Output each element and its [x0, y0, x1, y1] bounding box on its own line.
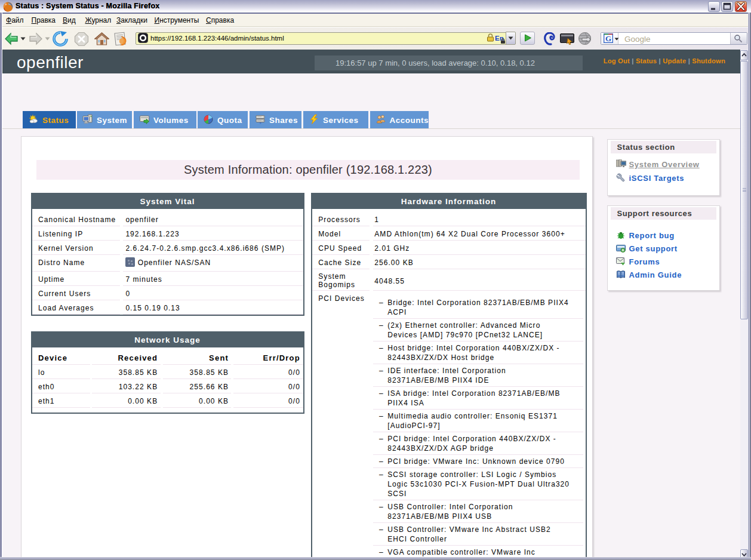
svg-text:G: G [605, 34, 611, 43]
